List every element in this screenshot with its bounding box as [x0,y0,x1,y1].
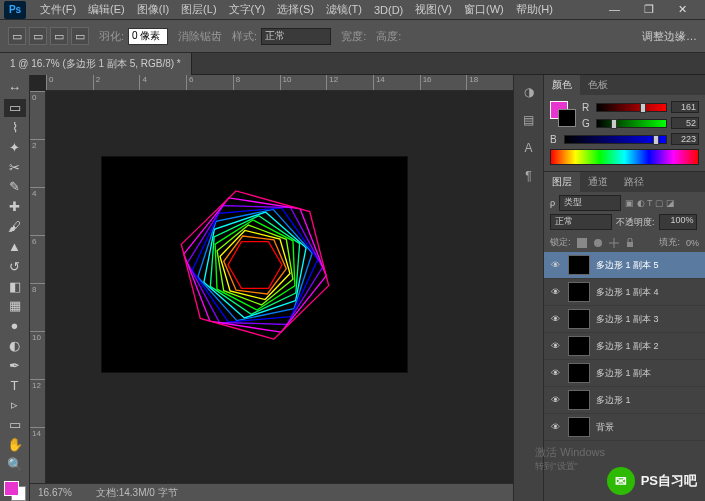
menu-file[interactable]: 文件(F) [34,2,82,17]
actions-icon[interactable]: ▤ [523,113,534,127]
shape-tool[interactable]: ▭ [4,416,26,434]
color-swatch[interactable] [4,481,26,501]
layer-row[interactable]: 👁多边形 1 副本 5 [544,252,705,279]
spectrum-bar[interactable] [550,149,699,165]
select-sub-icon[interactable]: ▭ [50,27,68,45]
move-tool[interactable]: ↔ [4,79,26,97]
tab-paths[interactable]: 路径 [616,172,652,192]
minimize-icon[interactable]: — [603,3,626,16]
fill-input[interactable]: 0% [686,238,699,248]
lasso-tool[interactable]: ⌇ [4,119,26,137]
type-tool[interactable]: T [4,376,26,394]
visibility-icon[interactable]: 👁 [548,341,562,351]
marquee-tool[interactable]: ▭ [4,99,26,117]
feather-label: 羽化: [99,29,124,44]
eraser-tool[interactable]: ◧ [4,277,26,295]
refine-edge-button[interactable]: 调整边缘… [642,29,697,44]
layer-name: 多边形 1 副本 [596,367,701,380]
document-tabbar: 1 @ 16.7% (多边形 1 副本 5, RGB/8) * [0,53,705,75]
zoom-level[interactable]: 16.67% [38,487,72,498]
blur-tool[interactable]: ● [4,317,26,335]
toolbox: ↔ ▭ ⌇ ✦ ✂ ✎ ✚ 🖌 ▲ ↺ ◧ ▦ ● ◐ ✒ T ▹ ▭ ✋ 🔍 [0,75,30,501]
blend-mode-select[interactable]: 正常 [550,214,612,230]
history-brush-tool[interactable]: ↺ [4,257,26,275]
g-slider[interactable] [596,119,667,128]
lock-brush-icon[interactable] [593,238,603,248]
visibility-icon[interactable]: 👁 [548,422,562,432]
visibility-icon[interactable]: 👁 [548,287,562,297]
lock-all-icon[interactable] [625,238,635,248]
ps-logo: Ps [4,1,26,19]
hand-tool[interactable]: ✋ [4,436,26,454]
visibility-icon[interactable]: 👁 [548,395,562,405]
char-icon[interactable]: A [524,141,532,155]
dodge-tool[interactable]: ◐ [4,337,26,355]
menu-select[interactable]: 选择(S) [271,2,320,17]
layer-row[interactable]: 👁多边形 1 副本 4 [544,279,705,306]
r-slider[interactable] [596,103,667,112]
g-label: G [582,118,592,129]
history-icon[interactable]: ◑ [524,85,534,99]
visibility-icon[interactable]: 👁 [548,260,562,270]
crop-tool[interactable]: ✂ [4,158,26,176]
path-tool[interactable]: ▹ [4,396,26,414]
brush-tool[interactable]: 🖌 [4,218,26,236]
menu-filter[interactable]: 滤镜(T) [320,2,368,17]
tab-color[interactable]: 颜色 [544,75,580,95]
g-value[interactable]: 52 [671,117,699,129]
workspace: ↔ ▭ ⌇ ✦ ✂ ✎ ✚ 🖌 ▲ ↺ ◧ ▦ ● ◐ ✒ T ▹ ▭ ✋ 🔍 … [0,75,705,501]
canvas-area[interactable]: 024681012141618 02468101214 16.67% 文档:14… [30,75,513,501]
tab-swatches[interactable]: 色板 [580,75,616,95]
b-slider[interactable] [564,135,667,144]
antialias-label: 消除锯齿 [178,29,222,44]
document-tab[interactable]: 1 @ 16.7% (多边形 1 副本 5, RGB/8) * [0,53,192,75]
menu-3d[interactable]: 3D(D) [368,4,409,16]
visibility-icon[interactable]: 👁 [548,368,562,378]
tab-channels[interactable]: 通道 [580,172,616,192]
menu-image[interactable]: 图像(I) [131,2,175,17]
options-bar: ▭ ▭ ▭ ▭ 羽化: 消除锯齿 样式: 正常 宽度: 高度: 调整边缘… [0,20,705,53]
menu-window[interactable]: 窗口(W) [458,2,510,17]
color-swatch-mini[interactable] [550,101,576,127]
b-value[interactable]: 223 [671,133,699,145]
maximize-icon[interactable]: ❐ [638,3,660,16]
menu-help[interactable]: 帮助(H) [510,2,559,17]
close-icon[interactable]: ✕ [672,3,693,16]
menu-edit[interactable]: 编辑(E) [82,2,131,17]
lock-transparent-icon[interactable] [577,238,587,248]
tab-layers[interactable]: 图层 [544,172,580,192]
pen-tool[interactable]: ✒ [4,356,26,374]
eyedropper-tool[interactable]: ✎ [4,178,26,196]
paragraph-icon[interactable]: ¶ [525,169,531,183]
color-panel: R 161 G 52 B 223 [544,95,705,171]
doc-size: 文档:14.3M/0 字节 [96,486,178,500]
filter-kind-label: ρ [550,198,555,208]
mode-select[interactable]: 正常 [261,28,331,45]
layer-row[interactable]: 👁多边形 1 副本 3 [544,306,705,333]
wand-tool[interactable]: ✦ [4,138,26,156]
stamp-tool[interactable]: ▲ [4,238,26,256]
layer-row[interactable]: 👁多边形 1 副本 2 [544,333,705,360]
select-add-icon[interactable]: ▭ [29,27,47,45]
filter-kind-select[interactable]: 类型 [559,195,621,211]
opacity-input[interactable]: 100% [659,214,697,230]
heal-tool[interactable]: ✚ [4,198,26,216]
lock-move-icon[interactable] [609,238,619,248]
layer-row[interactable]: 👁多边形 1 副本 [544,360,705,387]
zoom-tool[interactable]: 🔍 [4,455,26,473]
status-bar: 16.67% 文档:14.3M/0 字节 [30,483,513,501]
select-new-icon[interactable]: ▭ [8,27,26,45]
menu-view[interactable]: 视图(V) [409,2,458,17]
layer-row[interactable]: 👁多边形 1 [544,387,705,414]
select-intersect-icon[interactable]: ▭ [71,27,89,45]
height-label: 高度: [376,29,401,44]
r-value[interactable]: 161 [671,101,699,113]
layer-row[interactable]: 👁背景 [544,414,705,441]
feather-input[interactable] [128,28,168,45]
menu-type[interactable]: 文字(Y) [223,2,272,17]
gradient-tool[interactable]: ▦ [4,297,26,315]
visibility-icon[interactable]: 👁 [548,314,562,324]
foreground-swatch[interactable] [4,481,19,496]
mode-label: 样式: [232,29,257,44]
menu-layer[interactable]: 图层(L) [175,2,222,17]
